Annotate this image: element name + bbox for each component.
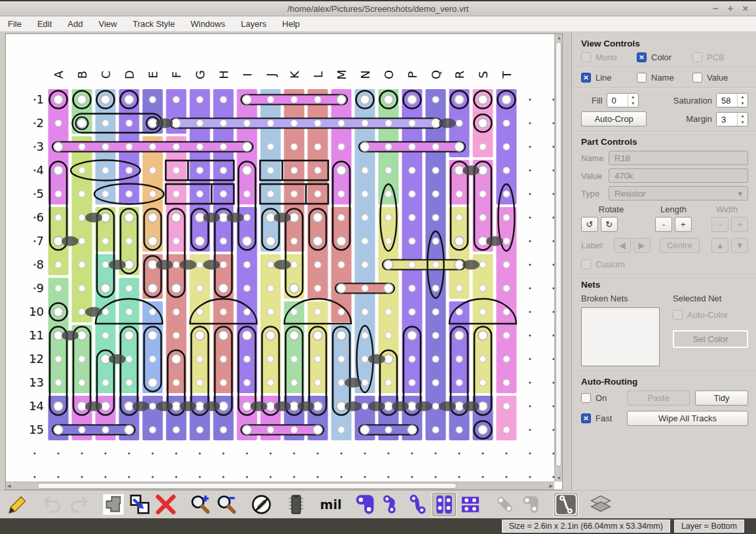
- tool-bar: mil: [0, 490, 756, 518]
- track-corner-gray-icon: [519, 492, 544, 517]
- menu-layers[interactable]: Layers: [233, 17, 274, 31]
- margin-up-icon: ▲: [738, 113, 747, 119]
- main-area: ABCDEFGHIJKLMNOPQRST12345678910111213141…: [0, 32, 756, 490]
- svg-text:I: I: [240, 73, 254, 76]
- strips-two-icon[interactable]: [432, 492, 457, 517]
- broken-nets-label: Broken Nets: [581, 294, 673, 303]
- svg-text:5: 5: [37, 187, 44, 200]
- value-checkbox[interactable]: Value: [692, 73, 748, 83]
- scroll-left-icon[interactable]: ◀: [7, 484, 10, 489]
- svg-text:2: 2: [37, 116, 44, 130]
- menu-windows[interactable]: Windows: [183, 17, 233, 31]
- menu-file[interactable]: File: [0, 17, 29, 31]
- svg-text:G: G: [193, 70, 207, 79]
- label-up-button: ▲: [711, 238, 728, 253]
- nets-heading: Nets: [581, 280, 748, 290]
- part-name-field[interactable]: R18: [609, 151, 748, 165]
- pencil-tool-icon[interactable]: [5, 492, 30, 517]
- fill-label: Fill: [592, 96, 603, 105]
- svg-text:7: 7: [37, 234, 44, 248]
- close-button[interactable]: ×: [742, 3, 748, 14]
- copy-drag-icon[interactable]: [127, 492, 152, 517]
- layers-icon[interactable]: [588, 492, 613, 517]
- name-checkbox[interactable]: Name: [637, 73, 692, 83]
- hscroll-thumb[interactable]: [37, 483, 457, 489]
- broken-nets-list[interactable]: [581, 307, 660, 366]
- length-plus-button[interactable]: +: [675, 217, 692, 232]
- scroll-up-icon[interactable]: ▲: [557, 35, 561, 40]
- zoom-out-icon[interactable]: [214, 492, 239, 517]
- fast-checkbox[interactable]: Fast: [581, 413, 622, 423]
- maximize-button[interactable]: +: [727, 3, 733, 14]
- rotate-ccw-button[interactable]: ↺: [581, 217, 598, 232]
- svg-text:Q: Q: [429, 70, 443, 79]
- svg-text:11: 11: [29, 328, 44, 342]
- board-canvas[interactable]: ABCDEFGHIJKLMNOPQRST12345678910111213141…: [5, 33, 563, 490]
- length-minus-button[interactable]: -: [655, 217, 672, 232]
- fill-spinbox[interactable]: 0▲▼: [607, 93, 639, 107]
- menu-edit[interactable]: Edit: [29, 17, 60, 31]
- track-corner-thick-icon[interactable]: [353, 492, 378, 517]
- pads-grid-icon[interactable]: [458, 492, 483, 517]
- part-type-dropdown[interactable]: Resistor▾: [609, 186, 748, 200]
- menu-track-style[interactable]: Track Style: [124, 17, 183, 31]
- set-color-button[interactable]: Set Color: [673, 330, 748, 348]
- draw-disabled-icon[interactable]: [249, 492, 274, 517]
- svg-text:9: 9: [37, 281, 44, 295]
- color-checkbox[interactable]: Color: [637, 52, 692, 62]
- label-label: Label:: [581, 240, 611, 250]
- part-name-label: Name: [581, 153, 609, 163]
- svg-text:4: 4: [37, 163, 44, 177]
- svg-text:O: O: [382, 70, 396, 79]
- svg-text:B: B: [75, 71, 89, 79]
- width-label: Width: [706, 204, 748, 214]
- track-curve-icon[interactable]: [406, 492, 430, 517]
- svg-text:S: S: [476, 71, 490, 78]
- menu-help[interactable]: Help: [274, 17, 308, 31]
- menu-add[interactable]: Add: [60, 17, 90, 31]
- menu-view[interactable]: View: [91, 17, 125, 31]
- svg-text:P: P: [406, 71, 419, 78]
- delete-icon[interactable]: [153, 492, 178, 517]
- svg-text:C: C: [99, 71, 113, 79]
- part-controls-heading: Part Controls: [581, 137, 748, 147]
- svg-text:F: F: [170, 71, 183, 78]
- ic-chip-icon[interactable]: [284, 492, 309, 517]
- select-union-icon[interactable]: [101, 492, 126, 517]
- app-window: /home/alex/Pictures/Screenshots/demo_ver…: [0, 0, 756, 534]
- wipe-all-tracks-button[interactable]: Wipe All Tracks: [627, 411, 748, 426]
- horizontal-scrollbar[interactable]: ◀ ▶: [6, 482, 554, 489]
- margin-spinbox[interactable]: 3▲▼: [716, 112, 748, 126]
- view-controls-heading: View Controls: [581, 39, 748, 48]
- custom-checkbox: Custom: [581, 259, 748, 269]
- part-value-field[interactable]: 470k: [609, 168, 748, 183]
- redo-icon: [66, 492, 91, 517]
- mil-units-icon[interactable]: mil: [318, 492, 343, 517]
- tidy-button[interactable]: Tidy: [695, 391, 748, 406]
- vertical-scrollbar[interactable]: ▲ ▼: [554, 34, 562, 482]
- board-svg[interactable]: ABCDEFGHIJKLMNOPQRST12345678910111213141…: [6, 34, 554, 482]
- svg-text:8: 8: [37, 257, 44, 271]
- label-down-button: ▼: [731, 238, 748, 253]
- track-diag-gray-icon: [493, 492, 518, 517]
- saturation-spinbox[interactable]: 58▲▼: [716, 93, 748, 107]
- vscroll-thumb[interactable]: [556, 42, 561, 467]
- track-corner-thin-icon[interactable]: [379, 492, 404, 517]
- length-label: Length: [641, 204, 706, 214]
- title-bar: /home/alex/Pictures/Screenshots/demo_ver…: [0, 0, 756, 16]
- routing-on-checkbox[interactable]: On: [581, 393, 622, 403]
- line-checkbox[interactable]: Line: [581, 73, 637, 83]
- part-value-label: Value: [581, 171, 609, 181]
- undo-icon: [40, 492, 65, 517]
- mono-checkbox[interactable]: Mono: [581, 52, 637, 62]
- svg-text:E: E: [146, 71, 160, 78]
- auto-crop-button[interactable]: Auto-Crop: [581, 111, 647, 126]
- routing-dark-icon[interactable]: [554, 492, 578, 517]
- svg-text:15: 15: [29, 423, 44, 436]
- pcb-checkbox[interactable]: PCB: [692, 52, 748, 62]
- zoom-in-icon[interactable]: [188, 492, 213, 517]
- scroll-right-icon[interactable]: ▶: [550, 484, 553, 489]
- minimize-button[interactable]: −: [713, 3, 719, 14]
- scroll-down-icon[interactable]: ▼: [557, 476, 561, 480]
- rotate-cw-button[interactable]: ↻: [601, 217, 618, 232]
